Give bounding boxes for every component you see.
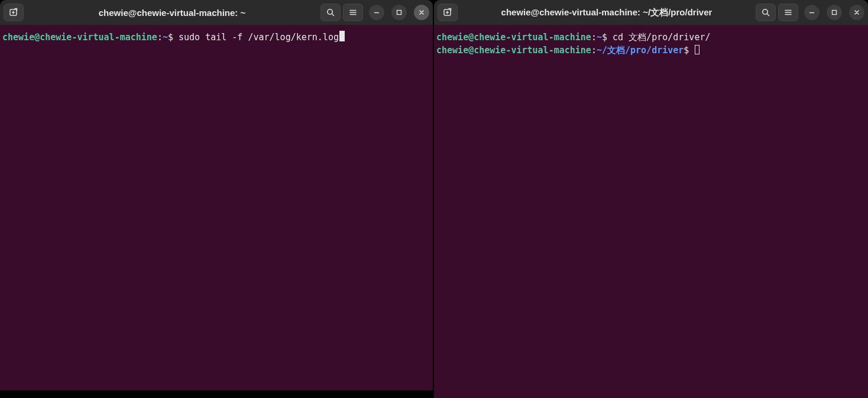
command-text: cd 文档/pro/driver/ [613, 32, 710, 43]
maximize-icon [396, 9, 403, 16]
svg-rect-2 [397, 11, 401, 15]
command-text: sudo tail -f /var/log/kern.log [179, 32, 339, 43]
hamburger-icon [783, 8, 793, 17]
terminal-window-left: chewie@chewie-virtual-machine: ~ [0, 0, 433, 390]
maximize-button[interactable] [827, 5, 842, 20]
terminal-line: chewie@chewie-virtual-machine:~$ cd 文档/p… [436, 31, 866, 44]
window-controls-right [804, 5, 864, 20]
cursor [695, 45, 699, 54]
prompt-path: ~/文档/pro/driver [597, 45, 684, 56]
cursor [339, 31, 345, 41]
prompt-dollar: $ [168, 32, 179, 43]
search-button[interactable] [320, 4, 341, 21]
minimize-icon [808, 9, 815, 16]
prompt-userhost: chewie@chewie-virtual-machine [2, 32, 157, 43]
prompt-separator: : [591, 32, 597, 43]
terminal-body-right[interactable]: chewie@chewie-virtual-machine:~$ cd 文档/p… [434, 25, 868, 398]
hamburger-icon [348, 8, 358, 17]
minimize-button[interactable] [369, 5, 384, 20]
terminal-window-right: chewie@chewie-virtual-machine: ~/文档/pro/… [434, 0, 868, 398]
terminal-body-left[interactable]: chewie@chewie-virtual-machine:~$ sudo ta… [0, 25, 433, 390]
prompt-dollar: $ [684, 45, 694, 56]
search-icon [326, 8, 335, 17]
minimize-icon [373, 9, 380, 16]
close-button[interactable] [849, 5, 864, 20]
desktop: chewie@chewie-virtual-machine: ~ [0, 0, 868, 398]
menu-button[interactable] [778, 4, 798, 21]
window-title-left: chewie@chewie-virtual-machine: ~ [26, 8, 318, 18]
maximize-button[interactable] [391, 5, 407, 20]
window-title-right: chewie@chewie-virtual-machine: ~/文档/pro/… [460, 7, 753, 18]
prompt-path: ~ [163, 32, 168, 43]
close-icon [853, 9, 860, 16]
close-icon [418, 9, 425, 16]
new-tab-icon [9, 8, 18, 17]
new-tab-icon [443, 8, 452, 17]
search-button[interactable] [756, 4, 776, 21]
window-controls-left [369, 5, 429, 20]
terminal-line: chewie@chewie-virtual-machine:~$ sudo ta… [2, 31, 430, 44]
maximize-icon [831, 9, 838, 16]
titlebar-left[interactable]: chewie@chewie-virtual-machine: ~ [0, 0, 433, 25]
prompt-path: ~ [597, 32, 602, 43]
titlebar-right[interactable]: chewie@chewie-virtual-machine: ~/文档/pro/… [434, 0, 868, 25]
minimize-button[interactable] [804, 5, 820, 20]
svg-rect-5 [833, 11, 837, 15]
new-tab-button[interactable] [4, 4, 24, 21]
prompt-separator: : [591, 45, 597, 56]
prompt-userhost: chewie@chewie-virtual-machine [436, 32, 591, 43]
menu-button[interactable] [343, 4, 363, 21]
prompt-dollar: $ [602, 32, 613, 43]
new-tab-button[interactable] [438, 4, 458, 21]
prompt-separator: : [157, 32, 163, 43]
terminal-line: chewie@chewie-virtual-machine:~/文档/pro/d… [436, 44, 866, 57]
close-button[interactable] [414, 5, 429, 20]
prompt-userhost: chewie@chewie-virtual-machine [436, 45, 591, 56]
search-icon [761, 8, 770, 17]
